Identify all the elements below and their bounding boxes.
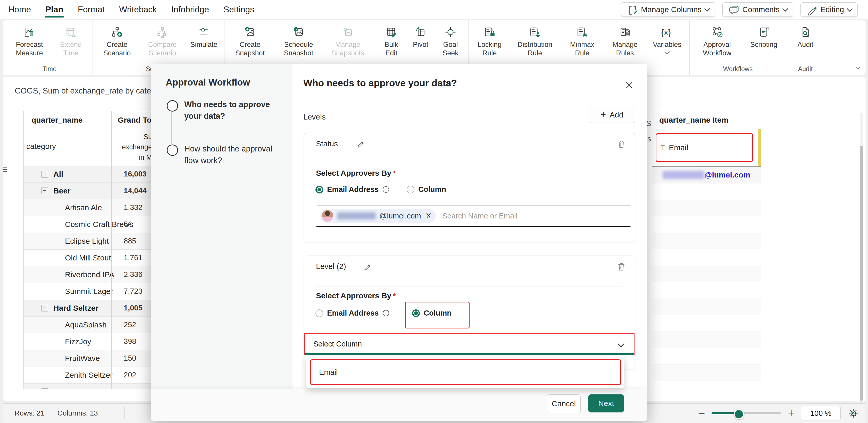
audit-icon [799,26,811,38]
chevron-down-icon [618,340,624,347]
menu-item-infobridge[interactable]: Infobridge [170,3,210,17]
trash-icon[interactable] [618,262,625,271]
menu-item-home[interactable]: Home [8,3,31,17]
menu-item-settings[interactable]: Settings [223,3,255,17]
radio-unselected-icon[interactable] [407,186,414,193]
chevron-down-icon [665,49,670,54]
radio-selected-icon[interactable] [315,186,323,193]
column-header-quarter-name[interactable]: quarter_name [31,111,83,129]
collapse-minus-icon[interactable] [41,305,48,312]
manage-columns-button[interactable]: Manage Columns [621,2,715,17]
menu-item-writeback[interactable]: Writeback [119,3,157,17]
zoom-out-button[interactable]: − [699,408,705,418]
ribbon-item-minmax-rule[interactable]: Minmax Rule [561,26,603,58]
card-divider [316,286,623,287]
ribbon-item-locking-rule[interactable]: Locking Rule [470,26,509,58]
zoom-level-value[interactable]: 100 % [801,406,841,420]
comments-icon [728,4,739,15]
ribbon-item-goal-seek[interactable]: Goal Seek [434,26,467,58]
column-radio[interactable]: Column [412,309,452,317]
ribbon-collapse-chevron-icon[interactable] [854,65,861,71]
dialog-title: Approval Workflow [166,77,250,88]
trash-icon[interactable] [618,140,625,149]
radio-unselected-icon[interactable] [315,310,323,317]
select-approvers-label: Select Approvers By* [316,291,396,300]
next-button[interactable]: Next [588,394,624,413]
ribbon-item-simulate[interactable]: Simulate [185,26,223,49]
ribbon-item-compare-scenario: Compare Scenario [140,26,185,58]
columns-count: Columns: 13 [58,409,98,417]
pivot-icon [414,26,427,38]
zoom-in-button[interactable]: + [788,408,794,418]
ribbon-item-approval-workflow[interactable]: Approval Workflow [691,26,743,58]
zoom-slider[interactable] [712,412,781,414]
row-label: Artisan Ale [65,199,102,216]
menu-item-plan[interactable]: Plan [45,3,64,17]
email-address-radio[interactable]: Email Address [315,309,390,317]
comments-button[interactable]: Comments [722,2,793,17]
approver-email-cell[interactable]: @lumel.com [652,166,761,184]
step-1-label[interactable]: Who needs to approve your data? [184,99,277,122]
cancel-button[interactable]: Cancel [547,394,581,413]
column-radio[interactable]: Column [407,185,446,194]
zoom-slider-thumb[interactable] [734,409,744,419]
editing-button[interactable]: Editing [801,2,858,17]
ribbon-item-schedule-snapshot[interactable]: Schedule Snapshot [274,26,323,58]
ribbon-item-distribution-rule[interactable]: Distribution Rule [509,26,561,58]
ribbon-item-pivot[interactable]: Pivot [407,26,434,49]
email-field-annotated[interactable]: T Email [656,133,753,162]
main-menu: Home Plan Format Writeback Infobridge Se… [8,0,255,19]
menubar: Home Plan Format Writeback Infobridge Se… [0,0,868,19]
row-label: Old Mill Stout [65,250,111,266]
dropdown-option-email[interactable]: Email [310,359,621,385]
row-value: 1,005 [124,300,143,316]
radio-selected-icon[interactable] [412,310,420,317]
level-card-status: Status Select Approvers By* Email Addres… [304,133,635,242]
remove-chip-icon[interactable]: X [426,212,431,220]
subheader-measure-clipped: Su exchange in M [111,132,152,163]
ribbon-item-manage-rules[interactable]: Manage Rules [603,26,646,58]
close-icon[interactable] [624,80,634,90]
collapse-minus-icon[interactable] [41,188,48,194]
column-header-quarter-name-item[interactable]: quarter_name Item [652,111,761,129]
selected-cell-highlight [758,129,761,166]
collapse-minus-icon[interactable] [41,389,48,389]
ribbon-item-audit[interactable]: Audit [788,26,823,49]
rows-count: Rows: 21 [14,409,44,417]
search-approver-input[interactable] [442,212,627,221]
step-1-circle[interactable] [167,100,178,111]
row-label: Eclipse Light [65,233,109,249]
column-header-grand-total[interactable]: Grand Tot [118,111,154,129]
row-label: Riverbend IPA [65,266,114,283]
manage-columns-icon [627,4,637,15]
ribbon-item-scripting[interactable]: Scripting [743,26,784,49]
edit-pencil-icon[interactable] [363,263,372,271]
step-connector [171,112,172,144]
drag-handle-icon[interactable]: ≡ [3,164,7,175]
scripting-icon [758,26,770,38]
edit-pencil-icon[interactable] [357,140,365,149]
add-level-button[interactable]: + Add [589,107,635,123]
approver-search-box[interactable]: @lumel.com X [316,205,631,227]
right-column-panel: quarter_name Item T Email @lumel.com [652,111,761,389]
ribbon-item-create-scenario[interactable]: Create Scenario [94,26,140,58]
menu-item-format[interactable]: Format [77,3,105,17]
email-address-radio[interactable]: Email Address [315,185,390,194]
ribbon-item-bulk-edit[interactable]: Bulk Edit [376,26,407,58]
avatar [322,210,334,222]
step-2-label[interactable]: How should the approval flow work? [184,143,277,166]
ribbon-item-variables[interactable]: {x} Variables [646,26,688,54]
collapse-minus-icon[interactable] [41,171,48,177]
select-column-dropdown[interactable]: Select Column [304,333,634,355]
info-icon[interactable] [382,186,390,193]
ribbon-item-forecast-measure[interactable]: Forecast Measure [8,26,51,58]
settings-gear-icon[interactable] [847,407,859,419]
info-icon[interactable] [382,310,390,317]
row-label: Cosmic Craft Brews [65,216,133,232]
subheader-category[interactable]: category [26,142,56,151]
step-2-circle[interactable] [167,144,178,156]
ribbon-item-create-snapshot[interactable]: Create Snapshot [226,26,274,58]
vertical-scrollbar-thumb[interactable] [860,146,863,401]
blurred-name [337,212,376,220]
extend-time-icon [65,26,77,38]
